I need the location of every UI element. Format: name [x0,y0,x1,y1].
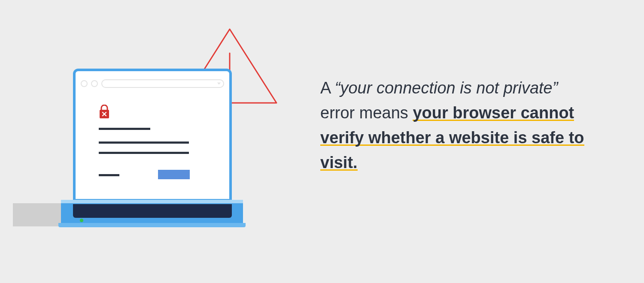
power-led-icon [80,219,83,222]
browser-chrome [81,76,224,91]
text-mid: error means [320,104,413,122]
laptop-illustration [13,69,292,249]
text-line [99,174,119,176]
laptop-hinge [73,204,232,218]
window-control-dot [81,80,88,87]
text-line [99,128,150,130]
primary-button [158,170,190,179]
lock-error-icon [99,105,110,119]
text-quoted: “your connection is not private” [335,79,558,97]
explanation-text: A “your connection is not private” error… [320,75,595,175]
error-page [81,94,224,194]
infographic-canvas: A “your connection is not private” error… [0,0,644,283]
text-line [99,142,189,144]
text-line [99,152,189,154]
laptop-front-edge [58,223,246,227]
laptop-body-highlight [61,200,243,203]
window-control-dot [91,80,98,87]
text-prefix: A [320,79,335,97]
address-bar [101,79,224,88]
laptop-screen [73,69,232,202]
